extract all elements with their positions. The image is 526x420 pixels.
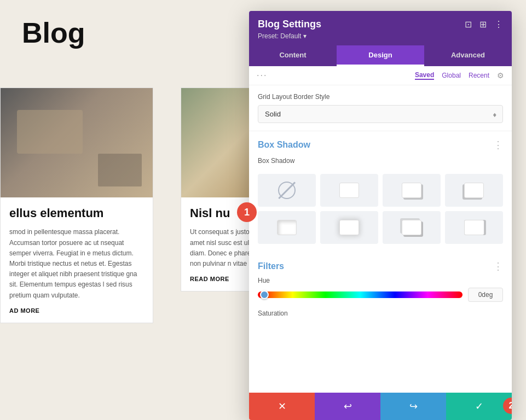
saturation-label: Saturation — [258, 310, 503, 317]
shadow-box-4 — [277, 220, 297, 235]
save-button[interactable]: ✓ — [446, 393, 512, 420]
blog-card-1-text: smod in pellentesque massa placerat. Acc… — [9, 227, 144, 300]
shadow-box-3 — [464, 183, 484, 198]
shadow-option-7[interactable] — [445, 211, 503, 244]
tab-advanced[interactable]: Advanced — [424, 45, 512, 66]
redo-button[interactable]: ↪ — [380, 393, 446, 420]
panel-header-top: Blog Settings ⊡ ⊞ ⋮ — [258, 19, 503, 30]
settings-panel: Blog Settings ⊡ ⊞ ⋮ Preset: Default ▾ Co… — [249, 11, 512, 420]
border-style-label: Grid Layout Border Style — [258, 93, 503, 101]
shadow-option-4[interactable] — [258, 211, 316, 244]
blog-card-1-title: ellus elementum — [9, 206, 144, 220]
panel-header-icons: ⊡ ⊞ ⋮ — [465, 19, 503, 30]
hue-filter-row: Hue — [258, 277, 503, 302]
blog-card-1-image — [1, 88, 153, 197]
saturation-filter-row: Saturation — [258, 310, 503, 317]
panel-footer: ✕ ↩ ↪ ✓ — [249, 393, 512, 420]
global-link[interactable]: Global — [442, 72, 461, 79]
shadow-option-6[interactable] — [383, 211, 441, 244]
panel-footer-wrapper: ✕ ↩ ↪ ✓ 2 — [249, 393, 512, 420]
undo-button[interactable]: ↩ — [315, 393, 380, 420]
layout-icon[interactable]: ⊞ — [479, 19, 487, 30]
box-shadow-label-wrapper: Box Shadow — [249, 155, 512, 170]
shadow-option-1[interactable] — [320, 174, 378, 207]
badge-1: 1 — [237, 202, 257, 222]
filters-heading: Filters ⋮ — [249, 253, 512, 277]
cancel-button[interactable]: ✕ — [249, 393, 315, 420]
shadow-box-2 — [402, 183, 421, 198]
blog-cards-container: ellus elementum smod in pellentesque mas… — [0, 88, 252, 323]
no-shadow-icon — [278, 182, 296, 199]
filters-section: Hue Saturation — [249, 277, 512, 334]
preset-arrow: ▾ — [303, 32, 307, 40]
hue-slider-track[interactable] — [258, 291, 463, 298]
panel-title: Blog Settings — [258, 19, 321, 30]
hue-slider-thumb[interactable] — [260, 290, 269, 299]
hue-input-row — [258, 288, 503, 302]
recent-link[interactable]: Recent — [469, 72, 489, 79]
tab-design[interactable]: Design — [337, 45, 424, 66]
saved-link[interactable]: Saved — [415, 71, 434, 80]
border-style-select-wrapper: None Solid Dashed Dotted Double — [258, 105, 503, 123]
panel-body: ··· Saved Global Recent ⚙ Grid Layout Bo… — [249, 66, 512, 393]
shadow-box-5 — [339, 220, 359, 235]
shadow-box-7 — [464, 220, 484, 235]
fullscreen-icon[interactable]: ⊡ — [465, 19, 472, 30]
panel-tabs: Content Design Advanced — [249, 45, 512, 66]
more-options-icon[interactable]: ⋮ — [494, 19, 503, 30]
preset-label: Preset: Default — [258, 32, 301, 40]
shadow-box-1 — [339, 183, 359, 198]
shadow-option-none[interactable] — [258, 174, 316, 207]
shadow-option-2[interactable] — [383, 174, 441, 207]
shadow-option-5[interactable] — [320, 211, 378, 244]
border-style-select[interactable]: None Solid Dashed Dotted Double — [258, 105, 503, 123]
box-shadow-title: Box Shadow — [258, 140, 310, 150]
saved-bar: ··· Saved Global Recent ⚙ — [249, 66, 512, 85]
panel-header: Blog Settings ⊡ ⊞ ⋮ Preset: Default ▾ — [249, 11, 512, 45]
hue-label: Hue — [258, 277, 503, 284]
tab-content[interactable]: Content — [249, 45, 337, 66]
box-shadow-grid — [249, 170, 512, 253]
hue-value-input[interactable] — [468, 288, 503, 302]
filters-menu-icon[interactable]: ⋮ — [493, 260, 503, 272]
box-shadow-heading: Box Shadow ⋮ — [249, 131, 512, 155]
box-shadow-menu-icon[interactable]: ⋮ — [493, 139, 503, 151]
blog-title: Blog — [0, 0, 252, 60]
shadow-box-6 — [402, 220, 421, 235]
panel-preset[interactable]: Preset: Default ▾ — [258, 32, 503, 40]
blog-card-1-link[interactable]: AD MORE — [9, 307, 144, 314]
border-style-section: Grid Layout Border Style None Solid Dash… — [249, 85, 512, 131]
box-shadow-label: Box Shadow — [258, 157, 294, 165]
blog-card-1-body: ellus elementum smod in pellentesque mas… — [1, 197, 153, 323]
ellipsis-dots: ··· — [257, 71, 267, 80]
filters-title: Filters — [258, 261, 284, 271]
blog-card-1: ellus elementum smod in pellentesque mas… — [0, 88, 153, 323]
settings-gear-icon[interactable]: ⚙ — [497, 71, 504, 80]
shadow-option-3[interactable] — [445, 174, 503, 207]
